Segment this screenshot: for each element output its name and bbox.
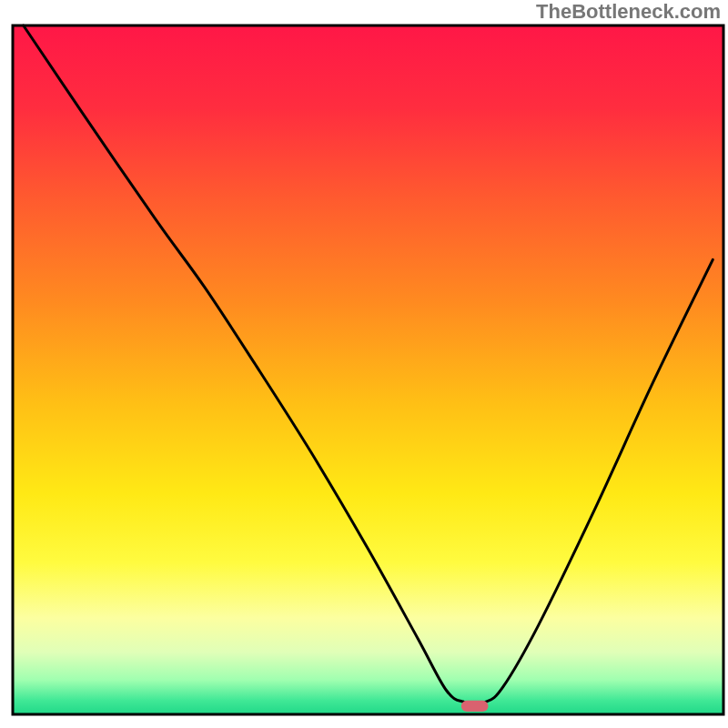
bottleneck-chart: TheBottleneck.com [0,0,728,728]
watermark-text: TheBottleneck.com [536,0,721,24]
optimal-marker [461,701,489,712]
plot-background [13,25,723,714]
chart-canvas [0,0,728,728]
